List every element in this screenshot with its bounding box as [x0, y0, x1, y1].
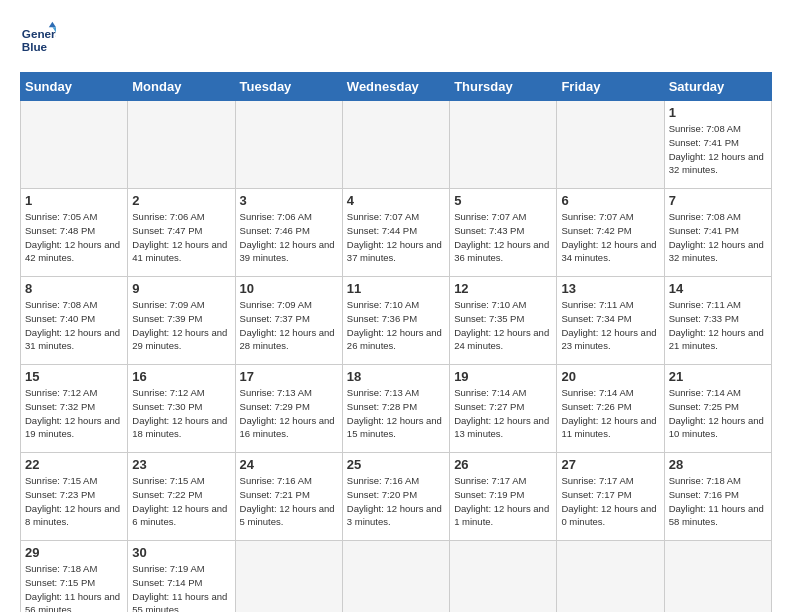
calendar-cell [235, 541, 342, 613]
calendar-cell: 17Sunrise: 7:13 AMSunset: 7:29 PMDayligh… [235, 365, 342, 453]
sunrise-text: Sunrise: 7:09 AM [240, 299, 312, 310]
calendar-cell: 30Sunrise: 7:19 AMSunset: 7:14 PMDayligh… [128, 541, 235, 613]
day-info: Sunrise: 7:10 AMSunset: 7:36 PMDaylight:… [347, 298, 445, 353]
sunrise-text: Sunrise: 7:16 AM [347, 475, 419, 486]
daylight-text: Daylight: 12 hours and 3 minutes. [347, 503, 442, 528]
sunset-text: Sunset: 7:43 PM [454, 225, 524, 236]
daylight-text: Daylight: 12 hours and 36 minutes. [454, 239, 549, 264]
sunset-text: Sunset: 7:41 PM [669, 225, 739, 236]
day-info: Sunrise: 7:12 AMSunset: 7:30 PMDaylight:… [132, 386, 230, 441]
sunrise-text: Sunrise: 7:19 AM [132, 563, 204, 574]
sunrise-text: Sunrise: 7:10 AM [347, 299, 419, 310]
daylight-text: Daylight: 12 hours and 13 minutes. [454, 415, 549, 440]
day-number: 24 [240, 457, 338, 472]
sunset-text: Sunset: 7:35 PM [454, 313, 524, 324]
day-info: Sunrise: 7:19 AMSunset: 7:14 PMDaylight:… [132, 562, 230, 612]
calendar-week-row: 1Sunrise: 7:05 AMSunset: 7:48 PMDaylight… [21, 189, 772, 277]
sunset-text: Sunset: 7:17 PM [561, 489, 631, 500]
day-info: Sunrise: 7:14 AMSunset: 7:26 PMDaylight:… [561, 386, 659, 441]
day-number: 25 [347, 457, 445, 472]
calendar-cell [342, 541, 449, 613]
daylight-text: Daylight: 12 hours and 18 minutes. [132, 415, 227, 440]
sunrise-text: Sunrise: 7:17 AM [561, 475, 633, 486]
calendar-cell: 1Sunrise: 7:05 AMSunset: 7:48 PMDaylight… [21, 189, 128, 277]
calendar-cell: 24Sunrise: 7:16 AMSunset: 7:21 PMDayligh… [235, 453, 342, 541]
calendar-cell [664, 541, 771, 613]
daylight-text: Daylight: 12 hours and 41 minutes. [132, 239, 227, 264]
sunrise-text: Sunrise: 7:13 AM [347, 387, 419, 398]
day-info: Sunrise: 7:11 AMSunset: 7:33 PMDaylight:… [669, 298, 767, 353]
day-number: 5 [454, 193, 552, 208]
sunrise-text: Sunrise: 7:06 AM [240, 211, 312, 222]
day-info: Sunrise: 7:18 AMSunset: 7:16 PMDaylight:… [669, 474, 767, 529]
weekday-header: Friday [557, 73, 664, 101]
weekday-header: Monday [128, 73, 235, 101]
calendar-header-row: SundayMondayTuesdayWednesdayThursdayFrid… [21, 73, 772, 101]
day-number: 1 [25, 193, 123, 208]
day-info: Sunrise: 7:06 AMSunset: 7:47 PMDaylight:… [132, 210, 230, 265]
day-number: 13 [561, 281, 659, 296]
day-number: 6 [561, 193, 659, 208]
day-info: Sunrise: 7:16 AMSunset: 7:21 PMDaylight:… [240, 474, 338, 529]
day-number: 21 [669, 369, 767, 384]
daylight-text: Daylight: 12 hours and 34 minutes. [561, 239, 656, 264]
sunrise-text: Sunrise: 7:12 AM [25, 387, 97, 398]
sunset-text: Sunset: 7:32 PM [25, 401, 95, 412]
day-info: Sunrise: 7:10 AMSunset: 7:35 PMDaylight:… [454, 298, 552, 353]
day-info: Sunrise: 7:05 AMSunset: 7:48 PMDaylight:… [25, 210, 123, 265]
sunrise-text: Sunrise: 7:05 AM [25, 211, 97, 222]
day-number: 28 [669, 457, 767, 472]
calendar-cell: 25Sunrise: 7:16 AMSunset: 7:20 PMDayligh… [342, 453, 449, 541]
daylight-text: Daylight: 12 hours and 28 minutes. [240, 327, 335, 352]
day-info: Sunrise: 7:18 AMSunset: 7:15 PMDaylight:… [25, 562, 123, 612]
weekday-header: Wednesday [342, 73, 449, 101]
calendar-cell: 27Sunrise: 7:17 AMSunset: 7:17 PMDayligh… [557, 453, 664, 541]
calendar-cell [342, 101, 449, 189]
logo-icon: General Blue [20, 20, 56, 56]
day-number: 16 [132, 369, 230, 384]
day-number: 23 [132, 457, 230, 472]
daylight-text: Daylight: 12 hours and 32 minutes. [669, 151, 764, 176]
sunrise-text: Sunrise: 7:07 AM [454, 211, 526, 222]
day-number: 7 [669, 193, 767, 208]
day-info: Sunrise: 7:16 AMSunset: 7:20 PMDaylight:… [347, 474, 445, 529]
day-info: Sunrise: 7:07 AMSunset: 7:44 PMDaylight:… [347, 210, 445, 265]
logo: General Blue [20, 20, 56, 56]
weekday-header: Sunday [21, 73, 128, 101]
page-header: General Blue [20, 20, 772, 56]
weekday-header: Tuesday [235, 73, 342, 101]
calendar-cell: 21Sunrise: 7:14 AMSunset: 7:25 PMDayligh… [664, 365, 771, 453]
day-info: Sunrise: 7:15 AMSunset: 7:22 PMDaylight:… [132, 474, 230, 529]
calendar-cell: 11Sunrise: 7:10 AMSunset: 7:36 PMDayligh… [342, 277, 449, 365]
sunset-text: Sunset: 7:44 PM [347, 225, 417, 236]
sunrise-text: Sunrise: 7:14 AM [561, 387, 633, 398]
calendar-cell: 23Sunrise: 7:15 AMSunset: 7:22 PMDayligh… [128, 453, 235, 541]
sunrise-text: Sunrise: 7:18 AM [25, 563, 97, 574]
calendar-cell: 10Sunrise: 7:09 AMSunset: 7:37 PMDayligh… [235, 277, 342, 365]
day-number: 22 [25, 457, 123, 472]
calendar-cell: 12Sunrise: 7:10 AMSunset: 7:35 PMDayligh… [450, 277, 557, 365]
calendar-cell: 22Sunrise: 7:15 AMSunset: 7:23 PMDayligh… [21, 453, 128, 541]
calendar-cell [557, 541, 664, 613]
day-number: 9 [132, 281, 230, 296]
daylight-text: Daylight: 12 hours and 37 minutes. [347, 239, 442, 264]
calendar-cell: 3Sunrise: 7:06 AMSunset: 7:46 PMDaylight… [235, 189, 342, 277]
daylight-text: Daylight: 12 hours and 24 minutes. [454, 327, 549, 352]
sunset-text: Sunset: 7:15 PM [25, 577, 95, 588]
day-info: Sunrise: 7:09 AMSunset: 7:39 PMDaylight:… [132, 298, 230, 353]
daylight-text: Daylight: 11 hours and 58 minutes. [669, 503, 764, 528]
day-info: Sunrise: 7:17 AMSunset: 7:17 PMDaylight:… [561, 474, 659, 529]
calendar-cell: 26Sunrise: 7:17 AMSunset: 7:19 PMDayligh… [450, 453, 557, 541]
daylight-text: Daylight: 12 hours and 15 minutes. [347, 415, 442, 440]
sunset-text: Sunset: 7:20 PM [347, 489, 417, 500]
sunrise-text: Sunrise: 7:14 AM [454, 387, 526, 398]
day-number: 27 [561, 457, 659, 472]
weekday-header: Thursday [450, 73, 557, 101]
sunrise-text: Sunrise: 7:12 AM [132, 387, 204, 398]
calendar-cell: 9Sunrise: 7:09 AMSunset: 7:39 PMDaylight… [128, 277, 235, 365]
sunset-text: Sunset: 7:14 PM [132, 577, 202, 588]
day-number: 29 [25, 545, 123, 560]
day-info: Sunrise: 7:08 AMSunset: 7:41 PMDaylight:… [669, 122, 767, 177]
day-number: 30 [132, 545, 230, 560]
calendar-cell: 13Sunrise: 7:11 AMSunset: 7:34 PMDayligh… [557, 277, 664, 365]
